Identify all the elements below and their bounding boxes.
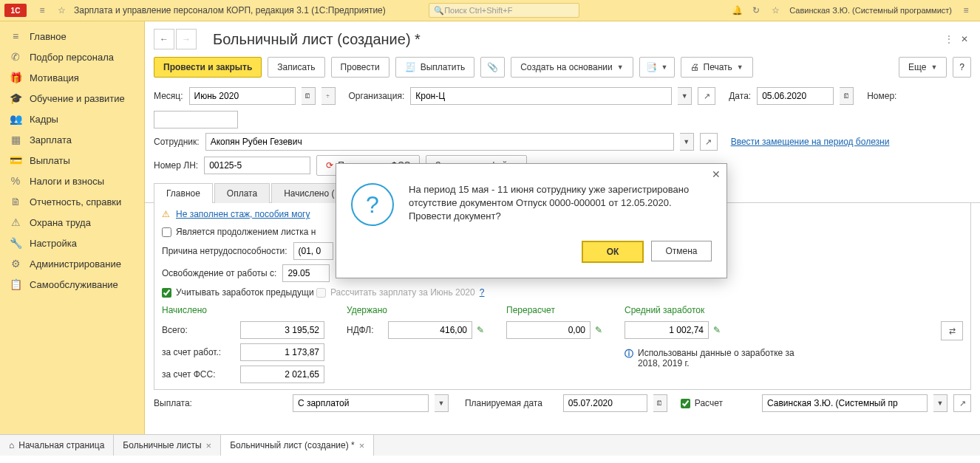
write-button[interactable]: Записать: [268, 57, 324, 78]
sidebar-item-main[interactable]: ≡Главное: [0, 26, 144, 47]
pencil-icon[interactable]: ✎: [595, 325, 602, 335]
org-input[interactable]: [410, 87, 672, 105]
paperclip-icon: 📎: [487, 62, 498, 72]
post-button[interactable]: Провести: [331, 57, 389, 78]
recalc-input[interactable]: [506, 321, 591, 339]
chevron-down-icon[interactable]: ▼: [933, 394, 947, 412]
sidebar-item-self[interactable]: 📋Самообслуживание: [0, 274, 144, 295]
more-button[interactable]: Еще▼: [899, 57, 947, 78]
create-based-button[interactable]: Создать на основании▼: [511, 57, 633, 78]
reason-input[interactable]: [293, 242, 333, 260]
pencil-icon[interactable]: ✎: [713, 325, 721, 335]
nav-forward-button[interactable]: →: [176, 29, 197, 49]
wrench-icon: 🔧: [9, 237, 22, 249]
dialog-message: На период 15 мая - 11 июня сотруднику уж…: [409, 183, 712, 226]
chevron-down-icon[interactable]: ▼: [435, 394, 449, 412]
sidebar-item-motivation[interactable]: 🎁Мотивация: [0, 67, 144, 88]
print-button[interactable]: 🖨Печать▼: [681, 57, 753, 78]
sidebar-item-reports[interactable]: 🗎Отчетность, справки: [0, 191, 144, 212]
withheld-header: Удержано: [347, 305, 484, 315]
copy-struct-button[interactable]: 📑▼: [639, 57, 675, 78]
chevron-down-icon[interactable]: ▼: [680, 133, 694, 151]
responsible-input[interactable]: [762, 394, 928, 412]
calc-checkbox[interactable]: [681, 399, 690, 408]
stepper-icon[interactable]: ÷: [321, 87, 336, 105]
close-icon[interactable]: ✕: [961, 34, 968, 44]
substitution-link[interactable]: Ввести замещение на период болезни: [731, 137, 890, 147]
kebab-icon[interactable]: ⋮: [945, 34, 953, 44]
ok-button[interactable]: ОК: [582, 241, 644, 263]
tab-sickdoc[interactable]: Больничный лист (создание) *×: [221, 435, 374, 456]
close-icon[interactable]: ✕: [712, 168, 721, 180]
month-input[interactable]: [189, 87, 296, 105]
menu-icon[interactable]: ≡: [35, 4, 49, 17]
cancel-button[interactable]: Отмена: [651, 241, 712, 261]
tab-payment[interactable]: Оплата: [214, 183, 270, 203]
close-icon[interactable]: ×: [359, 440, 365, 451]
sidebar-item-safety[interactable]: ⚠Охрана труда: [0, 212, 144, 233]
calendar-icon[interactable]: 🗓: [840, 87, 854, 105]
people-icon: 👥: [9, 113, 22, 125]
pencil-icon[interactable]: ✎: [477, 325, 484, 335]
ndfl-input[interactable]: [388, 321, 472, 339]
attach-button[interactable]: 📎: [480, 57, 505, 78]
tab-sicklist[interactable]: Больничные листы×: [114, 435, 221, 456]
total-input[interactable]: [240, 321, 324, 339]
gift-icon: 🎁: [9, 72, 22, 83]
settings-bars-icon[interactable]: ≡: [959, 4, 973, 17]
pay-button[interactable]: 🧾Выплатить: [395, 57, 475, 78]
global-search[interactable]: 🔍 Поиск Ctrl+Shift+F: [429, 3, 579, 18]
post-close-button[interactable]: Провести и закрыть: [154, 57, 262, 78]
sidebar-item-admin[interactable]: ⚙Администрирование: [0, 253, 144, 274]
sidebar-item-training[interactable]: 🎓Обучение и развитие: [0, 88, 144, 109]
open-ref-icon[interactable]: ↗: [953, 394, 971, 412]
recalc-button[interactable]: ⇄: [941, 321, 963, 340]
help-button[interactable]: ?: [953, 57, 971, 78]
history-icon[interactable]: ↻: [749, 4, 763, 17]
grad-icon: 🎓: [9, 92, 22, 104]
sidebar-item-hr[interactable]: 👥Кадры: [0, 109, 144, 129]
star-outline-icon[interactable]: ☆: [55, 4, 68, 17]
date-input[interactable]: [757, 87, 834, 105]
payment-input[interactable]: [293, 394, 429, 412]
prev-earn-checkbox[interactable]: [162, 288, 171, 298]
open-ref-icon[interactable]: ↗: [698, 87, 715, 105]
payment-label: Выплата:: [154, 398, 192, 408]
sidebar-item-payments[interactable]: 💳Выплаты: [0, 150, 144, 171]
warn-icon: ⚠: [9, 216, 22, 228]
sidebar-item-settings[interactable]: 🔧Настройка: [0, 233, 144, 253]
sidebar-item-label: Зарплата: [30, 134, 72, 145]
org-label: Организация:: [349, 91, 405, 101]
calendar-icon[interactable]: 🗓: [302, 87, 316, 105]
sidebar-item-salary[interactable]: ▦Зарплата: [0, 129, 144, 150]
warning-link[interactable]: Не заполнен стаж, пособия могу: [176, 209, 310, 219]
star-icon[interactable]: ☆: [769, 4, 782, 17]
chevron-down-icon[interactable]: ▼: [678, 87, 692, 105]
sidebar-item-taxes[interactable]: %Налоги и взносы: [0, 171, 144, 191]
prev-earn-label: Учитывать заработок предыдущи: [176, 287, 314, 298]
fss-input[interactable]: [240, 366, 324, 383]
clipboard-icon: 📋: [9, 278, 22, 290]
tab-main[interactable]: Главное: [154, 183, 213, 203]
tab-home[interactable]: ⌂Начальная страница: [0, 435, 114, 456]
gear-icon: ⚙: [9, 258, 22, 270]
employee-input[interactable]: [205, 133, 674, 151]
employer-input[interactable]: [240, 343, 324, 361]
app-logo: 1C: [4, 4, 27, 17]
employer-label: за счет работ.:: [162, 347, 236, 357]
calendar-icon[interactable]: 🗓: [653, 394, 667, 412]
calc-help-icon[interactable]: ?: [480, 287, 485, 298]
planned-input[interactable]: [563, 394, 647, 412]
sidebar-item-recruit[interactable]: ✆Подбор персонала: [0, 47, 144, 67]
continuation-checkbox[interactable]: [162, 227, 171, 237]
number-input[interactable]: [154, 111, 238, 128]
nav-back-button[interactable]: ←: [154, 29, 174, 49]
bell-icon[interactable]: 🔔: [730, 4, 743, 17]
more-label: Еще: [908, 62, 926, 72]
off-from-input[interactable]: [282, 264, 330, 282]
warning-icon: ⚠: [162, 209, 170, 219]
open-ref-icon[interactable]: ↗: [700, 133, 718, 151]
avg-input[interactable]: [625, 321, 709, 339]
ln-input[interactable]: [204, 157, 310, 174]
close-icon[interactable]: ×: [206, 440, 212, 451]
